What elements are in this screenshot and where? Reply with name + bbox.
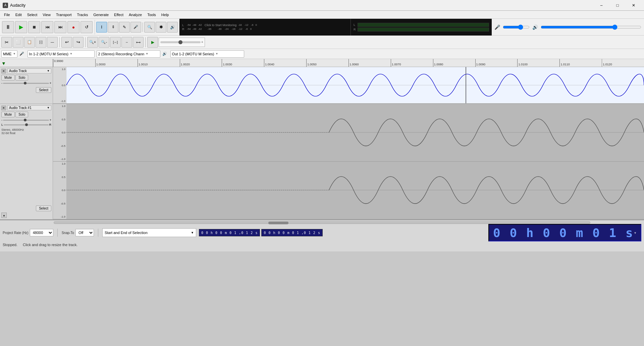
track-2-close-button[interactable]: ✕: [1, 106, 6, 110]
track-1-name[interactable]: Audio Track ▼: [7, 68, 51, 73]
ruler: ▼ 0.9990 1.0000 1.0010 1.0020 1.003: [0, 59, 644, 67]
track-2-mute-button[interactable]: Mute: [1, 112, 15, 117]
input-channels-arrow: ▼: [146, 52, 148, 55]
play-button[interactable]: ▶: [15, 21, 27, 33]
track-1-solo-button[interactable]: Solo: [15, 75, 28, 80]
input-device-select[interactable]: In 1-2 (MOTU M Series) ▼: [28, 50, 95, 58]
status-bar: Stopped. Click and drag to resize the tr…: [0, 241, 644, 248]
track-1-select-button[interactable]: Select: [36, 87, 51, 93]
snap-to-label: Snap-To: [62, 231, 74, 235]
zoom-fit2-button[interactable]: ⟷: [133, 37, 144, 48]
output-device-select[interactable]: Out 1-2 (MOTU M Series) ▼: [170, 50, 244, 58]
host-select[interactable]: MME ▼: [1, 50, 17, 58]
project-rate-select[interactable]: 48000 44100 96000: [30, 229, 53, 236]
timecode-display: 0 0 h 0 0 m 0 1 s ▾: [488, 224, 641, 241]
track-2-info: Stereo, 48000Hz 32-bit float: [1, 128, 51, 135]
zoom-tool-button[interactable]: 🔍: [144, 22, 155, 33]
zoom-out-button[interactable]: 🔍-: [99, 37, 109, 48]
silence-button[interactable]: —: [47, 37, 58, 48]
pause-button[interactable]: ⏸: [2, 21, 14, 33]
draw-tool-button[interactable]: ✎: [119, 22, 130, 33]
track-1-close-button[interactable]: ✕: [1, 69, 6, 73]
skip-end-button[interactable]: ⏭: [54, 21, 66, 33]
project-rate-label: Project Rate (Hz): [3, 231, 29, 235]
undo-button[interactable]: ↩: [61, 37, 72, 48]
selection-end-field[interactable]: 0 0 h 0 0 m 0 1 ,0 1 2 s: [261, 229, 323, 236]
track-2-select-button[interactable]: Select: [36, 206, 51, 211]
mic-icon: 🎤: [494, 24, 500, 30]
snap-to-select[interactable]: Off On: [75, 229, 94, 236]
track-2-pan-slider[interactable]: [4, 124, 48, 125]
titlebar: A Audacity – □ ✕: [0, 0, 644, 11]
track-2-name[interactable]: Audio Track #1 ▼: [7, 105, 51, 110]
menu-select[interactable]: Select: [24, 11, 40, 18]
playback-meter-button[interactable]: 🔊: [167, 22, 178, 33]
bottom-panel: Project Rate (Hz) 48000 44100 96000 Snap…: [0, 220, 644, 251]
track-2-pan-r: R: [49, 123, 52, 126]
record-button[interactable]: ●: [67, 21, 79, 33]
track-1-playhead: [466, 67, 466, 103]
output-device-arrow: ▼: [216, 52, 218, 55]
time-fields: 0 0 h 0 0 m 0 1 ,0 1 2 s 0 0 h 0 0 m 0 1…: [199, 229, 323, 236]
track-1-mute-button[interactable]: Mute: [1, 75, 15, 80]
timecode-arrow[interactable]: ▾: [634, 230, 637, 235]
minimize-button[interactable]: –: [594, 0, 609, 11]
input-channels-select[interactable]: 2 (Stereo) Recording Chann ▼: [97, 50, 160, 58]
app-icon: A: [3, 3, 8, 8]
track-2-expand-button[interactable]: ▲: [1, 213, 7, 218]
menu-tools[interactable]: Tools: [145, 11, 159, 18]
host-select-arrow: ▼: [13, 52, 16, 55]
copy-button[interactable]: ⬜: [13, 37, 23, 48]
menu-file[interactable]: File: [1, 11, 13, 18]
menu-generate[interactable]: Generate: [91, 11, 111, 18]
speaker-gain-slider[interactable]: [541, 24, 641, 30]
skip-start-button[interactable]: ⏮: [41, 21, 53, 33]
loop-button[interactable]: ↺: [80, 21, 93, 33]
menu-transport[interactable]: Transport: [53, 11, 74, 18]
track-2-left-waveform: [66, 104, 644, 161]
play-at-speed-button[interactable]: ▶: [147, 37, 158, 48]
multi2-tool-button[interactable]: ✱: [156, 22, 166, 33]
menu-help[interactable]: Help: [159, 11, 172, 18]
app-title: Audacity: [10, 3, 25, 8]
cut-button[interactable]: ✂: [1, 37, 12, 48]
zoom-in-button[interactable]: 🔍+: [87, 37, 98, 48]
selection-start-field[interactable]: 0 0 h 0 0 m 0 1 ,0 1 2 s: [199, 229, 260, 236]
stop-button[interactable]: ■: [28, 21, 40, 33]
menu-tracks[interactable]: Tracks: [74, 11, 91, 18]
menu-effect[interactable]: Effect: [111, 11, 126, 18]
menu-view[interactable]: View: [40, 11, 53, 18]
close-button[interactable]: ✕: [626, 0, 641, 11]
track-1-volume-slider[interactable]: [3, 83, 49, 84]
track-2-pan-l: L: [1, 123, 3, 126]
click-monitor-text[interactable]: Click to Start Monitoring: [205, 23, 237, 27]
input-device-arrow: ▼: [70, 52, 72, 55]
project-rate-box: Project Rate (Hz) 48000 44100 96000: [3, 229, 53, 236]
track-2: ✕ Audio Track #1 ▼ Mute Solo - + L: [0, 104, 644, 220]
speaker-icon-device: 🔊: [162, 50, 168, 58]
redo-button[interactable]: ↪: [73, 37, 84, 48]
zoom-selection-button[interactable]: [↔]: [110, 37, 121, 48]
maximize-button[interactable]: □: [610, 0, 625, 11]
paste-button[interactable]: 📋: [24, 37, 35, 48]
track-2-solo-button[interactable]: Solo: [15, 112, 28, 117]
horizontal-scrollbar[interactable]: [54, 221, 590, 224]
bottom-controls-row: Project Rate (Hz) 48000 44100 96000 Snap…: [0, 224, 644, 241]
trim-button[interactable]: [·]: [36, 37, 46, 48]
mic-gain-slider[interactable]: [503, 24, 530, 30]
multi-tool-button[interactable]: ⇕: [108, 22, 118, 33]
track-2-name-arrow: ▼: [47, 106, 50, 109]
track-2-volume-slider[interactable]: [3, 120, 49, 121]
selection-tool-button[interactable]: I: [96, 22, 107, 33]
device-toolbar: MME ▼ 🎤 In 1-2 (MOTU M Series) ▼ 2 (Ster…: [0, 49, 644, 59]
zoom-fit-button[interactable]: ↔: [121, 37, 132, 48]
track-2-vol-plus: +: [50, 118, 51, 122]
menu-edit[interactable]: Edit: [13, 11, 24, 18]
playspeed-slider[interactable]: [160, 41, 201, 43]
edit-toolbar: ✂ ⬜ 📋 [·] — ↩ ↪ 🔍+ 🔍- [↔] ↔ ⟷ ▶ +: [0, 36, 644, 49]
selection-type-dropdown[interactable]: Start and End of Selection ▼: [102, 228, 196, 237]
mic-icon-device: 🎤: [19, 50, 25, 58]
menu-analyze[interactable]: Analyze: [126, 11, 145, 18]
record-meter-button[interactable]: 🎤: [130, 22, 141, 33]
playhead-icon: ▼: [1, 61, 6, 66]
